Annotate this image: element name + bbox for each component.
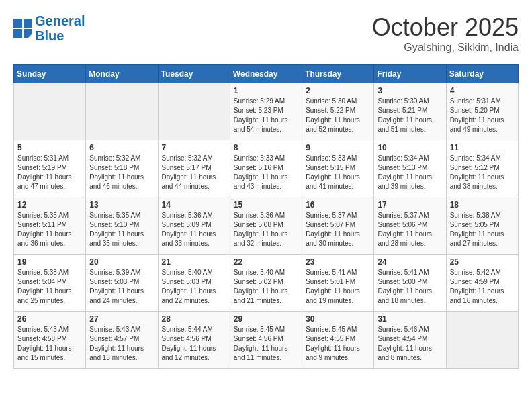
calendar-cell: 1Sunrise: 5:29 AM Sunset: 5:23 PM Daylig… <box>230 83 302 140</box>
calendar-header-row: SundayMondayTuesdayWednesdayThursdayFrid… <box>14 65 519 83</box>
calendar-cell: 2Sunrise: 5:30 AM Sunset: 5:22 PM Daylig… <box>302 83 374 140</box>
day-number: 12 <box>17 200 82 210</box>
day-info: Sunrise: 5:40 AM Sunset: 5:02 PM Dayligh… <box>234 268 298 306</box>
day-number: 14 <box>162 200 226 210</box>
day-info: Sunrise: 5:30 AM Sunset: 5:21 PM Dayligh… <box>378 97 442 134</box>
day-number: 20 <box>89 257 154 267</box>
calendar-week-row: 26Sunrise: 5:43 AM Sunset: 4:58 PM Dayli… <box>14 312 519 369</box>
month-title: October 2025 <box>372 13 519 42</box>
calendar-cell: 9Sunrise: 5:33 AM Sunset: 5:15 PM Daylig… <box>302 140 374 197</box>
day-info: Sunrise: 5:43 AM Sunset: 4:57 PM Dayligh… <box>89 325 154 363</box>
logo-line2: Blue <box>35 28 85 43</box>
day-info: Sunrise: 5:42 AM Sunset: 4:59 PM Dayligh… <box>450 268 515 306</box>
day-info: Sunrise: 5:40 AM Sunset: 5:03 PM Dayligh… <box>162 268 226 306</box>
calendar-cell: 20Sunrise: 5:39 AM Sunset: 5:03 PM Dayli… <box>86 255 158 312</box>
weekday-header-saturday: Saturday <box>446 65 518 83</box>
calendar-cell: 19Sunrise: 5:38 AM Sunset: 5:04 PM Dayli… <box>14 255 86 312</box>
day-number: 1 <box>234 86 298 95</box>
calendar-cell: 13Sunrise: 5:35 AM Sunset: 5:10 PM Dayli… <box>86 197 158 255</box>
day-number: 24 <box>378 257 442 267</box>
day-number: 9 <box>306 143 370 152</box>
day-info: Sunrise: 5:35 AM Sunset: 5:11 PM Dayligh… <box>17 211 82 248</box>
calendar-cell: 17Sunrise: 5:37 AM Sunset: 5:06 PM Dayli… <box>374 197 446 255</box>
calendar-cell: 24Sunrise: 5:41 AM Sunset: 5:00 PM Dayli… <box>374 255 446 312</box>
day-info: Sunrise: 5:44 AM Sunset: 4:56 PM Dayligh… <box>162 325 226 363</box>
calendar-cell: 31Sunrise: 5:46 AM Sunset: 4:54 PM Dayli… <box>374 312 446 369</box>
calendar-cell: 6Sunrise: 5:32 AM Sunset: 5:18 PM Daylig… <box>86 140 158 197</box>
calendar-cell: 18Sunrise: 5:38 AM Sunset: 5:05 PM Dayli… <box>446 197 518 255</box>
calendar-table: SundayMondayTuesdayWednesdayThursdayFrid… <box>13 64 519 369</box>
day-number: 16 <box>306 200 370 210</box>
logo: General Blue <box>13 13 85 43</box>
day-number: 13 <box>89 200 154 210</box>
day-number: 26 <box>17 314 82 324</box>
day-number: 4 <box>450 86 515 95</box>
day-number: 5 <box>17 143 82 152</box>
day-number: 30 <box>306 314 370 324</box>
day-info: Sunrise: 5:43 AM Sunset: 4:58 PM Dayligh… <box>17 325 82 363</box>
calendar-cell: 21Sunrise: 5:40 AM Sunset: 5:03 PM Dayli… <box>158 255 230 312</box>
weekday-header-thursday: Thursday <box>302 65 374 83</box>
calendar-cell: 15Sunrise: 5:36 AM Sunset: 5:08 PM Dayli… <box>230 197 302 255</box>
weekday-header-friday: Friday <box>374 65 446 83</box>
day-number: 15 <box>234 200 298 210</box>
svg-rect-2 <box>13 29 22 38</box>
day-info: Sunrise: 5:39 AM Sunset: 5:03 PM Dayligh… <box>89 268 154 306</box>
svg-rect-1 <box>24 19 32 28</box>
day-info: Sunrise: 5:36 AM Sunset: 5:08 PM Dayligh… <box>234 211 298 248</box>
calendar-cell: 11Sunrise: 5:34 AM Sunset: 5:12 PM Dayli… <box>446 140 518 197</box>
calendar-cell: 30Sunrise: 5:45 AM Sunset: 4:55 PM Dayli… <box>302 312 374 369</box>
day-number: 21 <box>162 257 226 267</box>
day-number: 22 <box>234 257 298 267</box>
calendar-cell: 27Sunrise: 5:43 AM Sunset: 4:57 PM Dayli… <box>86 312 158 369</box>
calendar-cell <box>86 83 158 140</box>
day-info: Sunrise: 5:34 AM Sunset: 5:12 PM Dayligh… <box>450 154 515 191</box>
day-number: 19 <box>17 257 82 267</box>
calendar-cell <box>158 83 230 140</box>
calendar-week-row: 19Sunrise: 5:38 AM Sunset: 5:04 PM Dayli… <box>14 255 519 312</box>
weekday-header-wednesday: Wednesday <box>230 65 302 83</box>
calendar-cell: 12Sunrise: 5:35 AM Sunset: 5:11 PM Dayli… <box>14 197 86 255</box>
svg-rect-0 <box>13 19 22 28</box>
day-info: Sunrise: 5:32 AM Sunset: 5:18 PM Dayligh… <box>89 154 154 191</box>
calendar-cell: 7Sunrise: 5:32 AM Sunset: 5:17 PM Daylig… <box>158 140 230 197</box>
day-info: Sunrise: 5:33 AM Sunset: 5:15 PM Dayligh… <box>306 154 370 191</box>
day-info: Sunrise: 5:45 AM Sunset: 4:55 PM Dayligh… <box>306 325 370 363</box>
calendar-cell <box>446 312 518 369</box>
day-number: 23 <box>306 257 370 267</box>
day-info: Sunrise: 5:29 AM Sunset: 5:23 PM Dayligh… <box>234 97 298 134</box>
day-info: Sunrise: 5:30 AM Sunset: 5:22 PM Dayligh… <box>306 97 370 134</box>
day-number: 11 <box>450 143 515 152</box>
weekday-header-tuesday: Tuesday <box>158 65 230 83</box>
calendar-cell: 16Sunrise: 5:37 AM Sunset: 5:07 PM Dayli… <box>302 197 374 255</box>
calendar-cell: 14Sunrise: 5:36 AM Sunset: 5:09 PM Dayli… <box>158 197 230 255</box>
calendar-cell: 3Sunrise: 5:30 AM Sunset: 5:21 PM Daylig… <box>374 83 446 140</box>
calendar-cell: 23Sunrise: 5:41 AM Sunset: 5:01 PM Dayli… <box>302 255 374 312</box>
day-info: Sunrise: 5:34 AM Sunset: 5:13 PM Dayligh… <box>378 154 442 191</box>
weekday-header-sunday: Sunday <box>14 65 86 83</box>
day-info: Sunrise: 5:38 AM Sunset: 5:05 PM Dayligh… <box>450 211 515 248</box>
calendar-cell: 5Sunrise: 5:31 AM Sunset: 5:19 PM Daylig… <box>14 140 86 197</box>
day-number: 6 <box>89 143 154 152</box>
day-number: 25 <box>450 257 515 267</box>
day-info: Sunrise: 5:38 AM Sunset: 5:04 PM Dayligh… <box>17 268 82 306</box>
day-number: 8 <box>234 143 298 152</box>
calendar-week-row: 12Sunrise: 5:35 AM Sunset: 5:11 PM Dayli… <box>14 197 519 255</box>
calendar-cell <box>14 83 86 140</box>
day-number: 18 <box>450 200 515 210</box>
calendar-week-row: 1Sunrise: 5:29 AM Sunset: 5:23 PM Daylig… <box>14 83 519 140</box>
day-info: Sunrise: 5:41 AM Sunset: 5:00 PM Dayligh… <box>378 268 442 306</box>
day-number: 2 <box>306 86 370 95</box>
day-info: Sunrise: 5:46 AM Sunset: 4:54 PM Dayligh… <box>378 325 442 363</box>
day-info: Sunrise: 5:31 AM Sunset: 5:19 PM Dayligh… <box>17 154 82 191</box>
page-header: General Blue October 2025 Gyalshing, Sik… <box>13 13 519 54</box>
day-number: 7 <box>162 143 226 152</box>
calendar-cell: 28Sunrise: 5:44 AM Sunset: 4:56 PM Dayli… <box>158 312 230 369</box>
day-info: Sunrise: 5:37 AM Sunset: 5:06 PM Dayligh… <box>378 211 442 248</box>
day-number: 28 <box>162 314 226 324</box>
calendar-cell: 22Sunrise: 5:40 AM Sunset: 5:02 PM Dayli… <box>230 255 302 312</box>
day-info: Sunrise: 5:35 AM Sunset: 5:10 PM Dayligh… <box>89 211 154 248</box>
day-info: Sunrise: 5:36 AM Sunset: 5:09 PM Dayligh… <box>162 211 226 248</box>
day-number: 29 <box>234 314 298 324</box>
weekday-header-monday: Monday <box>86 65 158 83</box>
